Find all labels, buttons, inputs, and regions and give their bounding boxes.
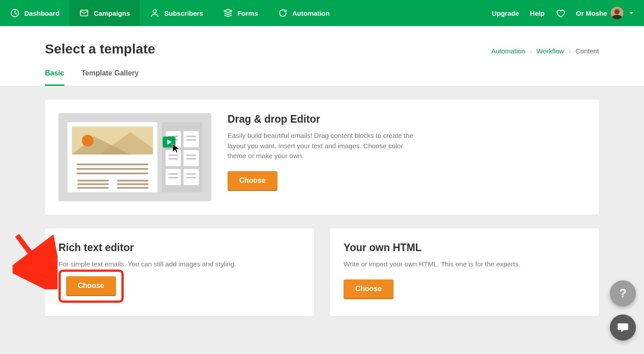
heart-icon <box>555 8 565 18</box>
nav-item-subscribers[interactable]: Subscribers <box>140 0 213 26</box>
help-link[interactable]: Help <box>530 9 545 17</box>
nav-label-subscribers: Subscribers <box>164 9 203 17</box>
avatar <box>611 7 623 19</box>
question-mark-icon: ? <box>619 286 626 301</box>
drag-drop-desc: Easily build beautiful emails! Drag cont… <box>228 131 416 161</box>
drag-drop-title: Drag & drop Editor <box>228 113 416 125</box>
help-fab[interactable]: ? <box>610 280 636 306</box>
nav-item-dashboard[interactable]: Dashboard <box>0 0 69 26</box>
tab-basic[interactable]: Basic <box>45 69 64 86</box>
svg-point-2 <box>153 10 157 13</box>
own-html-title: Your own HTML <box>344 242 586 254</box>
subheader: Select a template Automation › Workflow … <box>0 26 644 86</box>
nav-label-automation: Automation <box>292 9 330 17</box>
chevron-right-icon: › <box>568 47 571 55</box>
crumb-workflow[interactable]: Workflow <box>537 47 564 55</box>
own-html-desc: Write or import your own HTML. This one … <box>344 259 586 270</box>
choose-own-html-button[interactable]: Choose <box>344 279 394 298</box>
content: Drag & drop Editor Easily build beautifu… <box>0 86 644 330</box>
rich-text-desc: For simple text emails. You can still ad… <box>58 259 300 270</box>
chat-fab[interactable] <box>610 314 636 341</box>
crumb-content: Content <box>575 47 599 55</box>
chat-icon <box>617 321 629 334</box>
template-card-rich-text: Rich text editor For simple text emails.… <box>45 228 314 316</box>
crumb-automation[interactable]: Automation <box>491 47 525 55</box>
favorite-icon[interactable] <box>555 8 565 18</box>
refresh-icon <box>278 8 288 18</box>
tab-template-gallery[interactable]: Template Gallery <box>81 69 139 86</box>
user-icon <box>150 8 160 18</box>
dashboard-icon <box>10 8 20 18</box>
breadcrumb: Automation › Workflow › Content <box>491 47 599 55</box>
stack-icon <box>223 8 233 18</box>
nav-item-forms[interactable]: Forms <box>213 0 268 26</box>
nav-label-campaigns: Campaigns <box>94 9 130 17</box>
top-nav: Dashboard Campaigns Subscribers Forms Au… <box>0 0 644 26</box>
nav-right: Upgrade Help Or Moshe <box>492 0 644 26</box>
nav-label-forms: Forms <box>237 9 258 17</box>
rich-text-title: Rich text editor <box>58 242 300 254</box>
choose-rich-text-button[interactable]: Choose <box>66 276 116 295</box>
tabs: Basic Template Gallery <box>45 69 599 86</box>
chevron-down-icon <box>630 12 633 14</box>
user-menu[interactable]: Or Moshe <box>576 7 633 19</box>
nav-item-automation[interactable]: Automation <box>268 0 340 26</box>
chevron-right-icon: › <box>530 47 532 55</box>
mail-icon <box>79 8 89 18</box>
nav-item-campaigns[interactable]: Campaigns <box>69 0 140 26</box>
page-title: Select a template <box>45 41 155 57</box>
annotation-highlight: Choose <box>58 270 124 303</box>
drag-drop-illustration <box>58 113 211 201</box>
template-card-drag-drop: Drag & drop Editor Easily build beautifu… <box>45 100 599 215</box>
upgrade-link[interactable]: Upgrade <box>492 9 519 17</box>
cursor-icon <box>172 143 181 154</box>
user-name: Or Moshe <box>576 9 607 17</box>
template-card-own-html: Your own HTML Write or import your own H… <box>330 228 599 316</box>
nav-label-dashboard: Dashboard <box>24 9 59 17</box>
choose-drag-drop-button[interactable]: Choose <box>228 171 277 190</box>
